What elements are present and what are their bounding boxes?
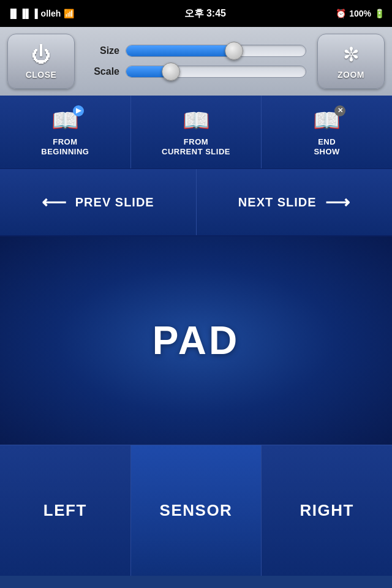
status-bar: ▐▌▐▌▐ olleh 📶 오후 3:45 ⏰ 100% 🔋 xyxy=(0,0,392,27)
from-beginning-icon: 📖 ▶ xyxy=(51,108,79,134)
play-badge: ▶ xyxy=(73,105,84,116)
scale-slider-thumb[interactable] xyxy=(162,62,180,81)
wifi-icon: 📶 xyxy=(64,9,74,18)
zoom-label: ZOOM xyxy=(337,70,364,80)
prev-slide-label: PREV SLIDE xyxy=(75,195,154,209)
signal-bars-icon: ▐▌▐▌▐ xyxy=(7,9,38,18)
close-label: CLOSE xyxy=(26,70,57,80)
prev-slide-button[interactable]: ⟵ PREV SLIDE xyxy=(0,169,197,235)
from-beginning-label: FROMBEGINNING xyxy=(41,137,89,156)
zoom-icon: ✼ xyxy=(343,43,360,66)
scale-slider-row: Scale xyxy=(86,66,306,78)
scale-slider-track xyxy=(126,66,306,78)
scale-label: Scale xyxy=(86,66,119,77)
slideshow-controls: 📖 ▶ FROMBEGINNING 📖 FROMCURRENT SLIDE 📖 … xyxy=(0,96,392,169)
from-beginning-button[interactable]: 📖 ▶ FROMBEGINNING xyxy=(0,96,131,168)
right-button[interactable]: RIGHT xyxy=(262,445,392,576)
left-button[interactable]: LEFT xyxy=(0,445,131,576)
from-current-label: FROMCURRENT SLIDE xyxy=(162,137,230,156)
left-label: LEFT xyxy=(43,501,87,520)
zoom-button[interactable]: ✼ ZOOM xyxy=(317,34,385,89)
end-show-button[interactable]: 📖 ✕ ENDSHOW xyxy=(262,96,392,168)
battery-icon: 🔋 xyxy=(374,9,385,18)
carrier-label: olleh xyxy=(41,9,61,18)
close-button[interactable]: ⏻ CLOSE xyxy=(7,34,75,89)
end-show-label: ENDSHOW xyxy=(314,137,339,156)
clock-icon: ⏰ xyxy=(336,9,346,18)
sensor-button[interactable]: SENSOR xyxy=(131,445,262,576)
pad-area[interactable]: PAD xyxy=(0,236,392,445)
size-slider-fill xyxy=(126,45,234,56)
size-label: Size xyxy=(86,45,119,56)
clock: 오후 3:45 xyxy=(184,7,226,20)
size-slider-thumb[interactable] xyxy=(225,42,243,60)
pad-label: PAD xyxy=(153,318,239,363)
signal-area: ▐▌▐▌▐ olleh 📶 xyxy=(7,9,74,18)
left-arrow-icon: ⟵ xyxy=(42,192,67,213)
next-slide-label: NEXT SLIDE xyxy=(238,195,317,209)
from-current-icon: 📖 xyxy=(183,108,210,134)
nav-buttons: ⟵ PREV SLIDE NEXT SLIDE ⟶ xyxy=(0,169,392,236)
sliders-area: Size Scale xyxy=(81,45,311,78)
next-slide-button[interactable]: NEXT SLIDE ⟶ xyxy=(197,169,393,235)
battery-percent: 100% xyxy=(349,9,371,18)
right-arrow-icon: ⟶ xyxy=(325,192,350,213)
end-badge: ✕ xyxy=(334,105,345,116)
right-label: RIGHT xyxy=(300,501,353,520)
bottom-buttons: LEFT SENSOR RIGHT xyxy=(0,445,392,576)
toolbar: ⏻ CLOSE Size Scale ✼ ZOOM xyxy=(0,27,392,96)
sensor-label: SENSOR xyxy=(160,501,233,520)
size-slider-row: Size xyxy=(86,45,306,57)
power-icon: ⏻ xyxy=(31,43,51,66)
end-show-icon: 📖 ✕ xyxy=(313,108,341,134)
size-slider-track xyxy=(126,45,306,57)
from-current-button[interactable]: 📖 FROMCURRENT SLIDE xyxy=(131,96,262,168)
battery-area: ⏰ 100% 🔋 xyxy=(336,9,385,18)
